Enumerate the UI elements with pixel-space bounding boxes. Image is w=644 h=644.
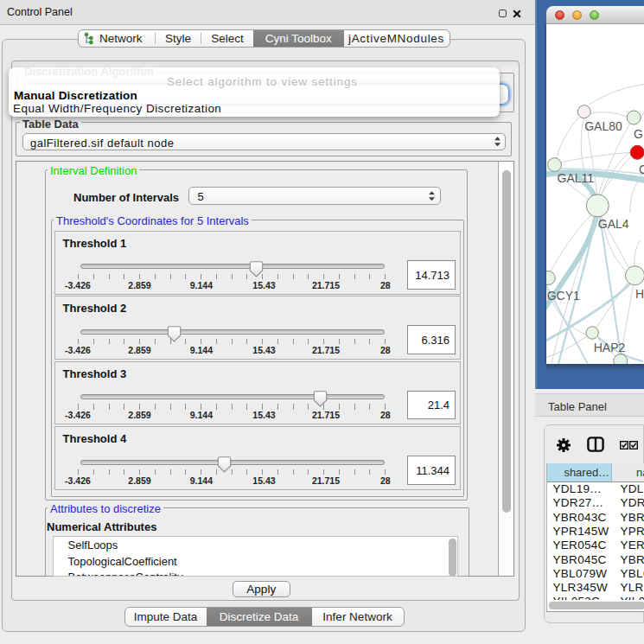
svg-text:HAP2: HAP2: [593, 341, 625, 354]
svg-text:GAL11: GAL11: [557, 171, 594, 185]
svg-text:GAL4: GAL4: [597, 217, 628, 231]
svg-text:H: H: [635, 287, 644, 301]
svg-text:C: C: [639, 162, 644, 175]
svg-text:GAL80: GAL80: [584, 118, 622, 132]
svg-text:G.: G.: [634, 126, 644, 140]
svg-text:GCY1: GCY1: [546, 288, 579, 302]
